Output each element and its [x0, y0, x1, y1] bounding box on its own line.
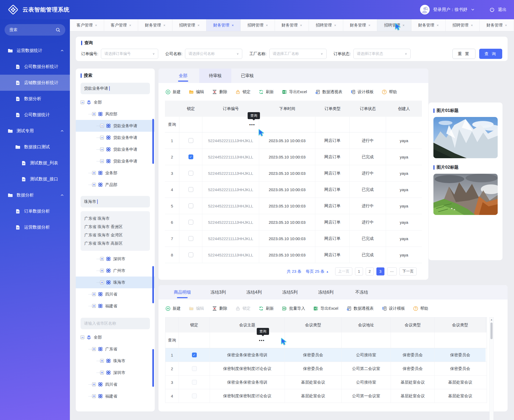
- collapse-minus-icon[interactable]: −: [81, 335, 84, 339]
- panel-tab[interactable]: 已审核: [231, 69, 263, 83]
- lock-checkbox[interactable]: [188, 236, 193, 241]
- sidebar-item[interactable]: 测试数据_接口: [0, 171, 70, 187]
- tab-close-icon[interactable]: ×: [368, 23, 371, 27]
- panel-tab[interactable]: 冻结5列: [275, 285, 305, 300]
- filter-cell[interactable]: [342, 332, 391, 348]
- window-tab[interactable]: 财务管理×: [138, 19, 172, 31]
- tab-close-icon[interactable]: ×: [163, 23, 165, 27]
- collapse-caret-icon[interactable]: ▲: [326, 270, 329, 273]
- lock-checkbox[interactable]: [188, 220, 193, 225]
- lock-checkbox[interactable]: [192, 366, 197, 371]
- tree-node[interactable]: +深圳市: [76, 367, 155, 379]
- tree-node[interactable]: +四川省: [76, 288, 155, 300]
- tree-scrollbar[interactable]: [152, 119, 154, 164]
- region-suggestion-item[interactable]: 广东省 珠海市: [84, 214, 146, 223]
- tree-node[interactable]: +广州市: [76, 265, 155, 277]
- next-page-button[interactable]: 下一页: [399, 267, 417, 275]
- more-options-button[interactable]: •••: [249, 122, 255, 127]
- reset-button[interactable]: 重 置: [452, 49, 475, 59]
- window-tab[interactable]: 财务管理×: [275, 19, 309, 31]
- region-suggestion-item[interactable]: 广东省 珠海市 金湾区: [84, 231, 146, 239]
- lock-checkbox[interactable]: [188, 203, 193, 208]
- expand-plus-icon[interactable]: +: [92, 304, 96, 308]
- tab-close-icon[interactable]: ×: [129, 23, 131, 27]
- toolbar-button-pivot-table[interactable]: 数据透视表: [346, 306, 374, 311]
- sidebar-item[interactable]: 数据接口测试: [0, 139, 70, 155]
- expand-plus-icon[interactable]: +: [92, 394, 96, 398]
- tree-search-input-1[interactable]: 贷款业务申请: [81, 83, 150, 94]
- page-button[interactable]: 3: [376, 267, 384, 275]
- filter-cell[interactable]: [315, 117, 350, 132]
- expand-plus-icon[interactable]: +: [100, 371, 104, 374]
- panel-tab[interactable]: 不冻结: [347, 285, 376, 300]
- window-tab[interactable]: 招聘管理×: [309, 19, 343, 31]
- toolbar-button-batch-import[interactable]: 批量导入: [282, 306, 305, 311]
- query-select[interactable]: 请选择订单编号∨: [101, 49, 158, 59]
- toolbar-button-plus-circle[interactable]: 新建: [165, 89, 181, 94]
- filter-cell[interactable]: [259, 117, 315, 132]
- window-tab[interactable]: 财务管理×: [480, 19, 514, 31]
- tree-node[interactable]: −贷款业务申请: [76, 120, 155, 132]
- tree-node[interactable]: −贷款业务申请: [76, 143, 155, 155]
- expand-plus-icon[interactable]: +: [92, 171, 96, 175]
- tree-node[interactable]: +四川省: [76, 379, 155, 390]
- page-button[interactable]: 2: [366, 267, 374, 275]
- more-options-button[interactable]: •••: [259, 338, 265, 343]
- page-button[interactable]: 1: [355, 267, 363, 275]
- toolbar-button-refresh[interactable]: 刷新: [259, 306, 274, 311]
- toolbar-button-help[interactable]: 帮助: [382, 89, 397, 94]
- tree-node[interactable]: −全部: [76, 96, 155, 108]
- tab-close-icon[interactable]: ×: [505, 23, 507, 27]
- collapse-minus-icon[interactable]: −: [81, 100, 84, 104]
- scrollbar-thumb[interactable]: [490, 323, 493, 339]
- tree-node[interactable]: +珠海市: [76, 277, 155, 288]
- toolbar-button-pivot-table[interactable]: 数据透视表: [315, 89, 342, 94]
- tree-node[interactable]: −贷款业务申请: [76, 132, 155, 143]
- scroll-up-arrow-icon[interactable]: ▲: [490, 318, 493, 321]
- filter-cell[interactable]: [350, 117, 386, 132]
- toolbar-button-design-template[interactable]: 设计模板: [382, 306, 405, 311]
- toolbar-button-plus-circle[interactable]: 新建: [165, 306, 181, 311]
- tab-close-icon[interactable]: ×: [402, 23, 405, 27]
- expand-plus-icon[interactable]: +: [100, 269, 104, 273]
- toolbar-button-excel-export[interactable]: 导出Excel: [313, 306, 338, 311]
- region-suggestion-item[interactable]: 广东省 珠海市 高新区: [84, 239, 146, 248]
- collapse-minus-icon[interactable]: −: [100, 136, 104, 139]
- window-tab[interactable]: 招聘管理×: [241, 19, 275, 31]
- tree-node[interactable]: −全部: [76, 331, 155, 343]
- tree-node[interactable]: +深圳市: [76, 253, 155, 265]
- filter-cell[interactable]: [179, 332, 210, 348]
- sidebar-search-input[interactable]: 搜索: [5, 24, 65, 36]
- toolbar-button-help[interactable]: 帮助: [413, 306, 428, 311]
- panel-tab[interactable]: 全部: [167, 69, 199, 83]
- expand-plus-icon[interactable]: +: [92, 292, 96, 296]
- tree-scrollbar[interactable]: [152, 349, 154, 387]
- sidebar-item[interactable]: 运营数据统计: [0, 43, 70, 59]
- tree-node[interactable]: +珠海市: [76, 355, 155, 367]
- tab-close-icon[interactable]: ×: [300, 23, 302, 27]
- panel-tab[interactable]: 商品明细: [168, 285, 197, 300]
- power-icon[interactable]: [478, 7, 495, 12]
- lock-checkbox[interactable]: [188, 138, 193, 143]
- expand-plus-icon[interactable]: +: [92, 183, 96, 187]
- tree-node[interactable]: +广东省: [76, 343, 155, 355]
- tab-close-icon[interactable]: ×: [471, 23, 473, 27]
- collapse-minus-icon[interactable]: −: [100, 159, 104, 163]
- expand-plus-icon[interactable]: +: [100, 359, 104, 363]
- prev-page-button[interactable]: 上一页: [335, 267, 352, 275]
- toolbar-button-folder-edit[interactable]: 编辑: [189, 89, 204, 94]
- filter-cell[interactable]: [391, 332, 435, 348]
- sidebar-item[interactable]: 测试数据_列表: [0, 155, 70, 171]
- panel-tab[interactable]: 冻结4列: [239, 285, 269, 300]
- filter-cell[interactable]: 查询•••: [210, 332, 285, 348]
- chevron-up-icon[interactable]: [60, 49, 64, 52]
- toolbar-button-delete[interactable]: 删除: [212, 306, 227, 311]
- panel-tab[interactable]: 冻结6列: [311, 285, 341, 300]
- collapse-minus-icon[interactable]: −: [100, 124, 104, 128]
- window-tab[interactable]: 招聘管理×: [446, 19, 480, 31]
- toolbar-button-delete[interactable]: 删除: [212, 89, 227, 94]
- query-select[interactable]: 请选择订单状态∨: [353, 49, 411, 59]
- lock-checkbox[interactable]: [192, 393, 197, 398]
- toolbar-button-design-template[interactable]: 设计模板: [350, 89, 374, 94]
- expand-plus-icon[interactable]: +: [92, 112, 96, 116]
